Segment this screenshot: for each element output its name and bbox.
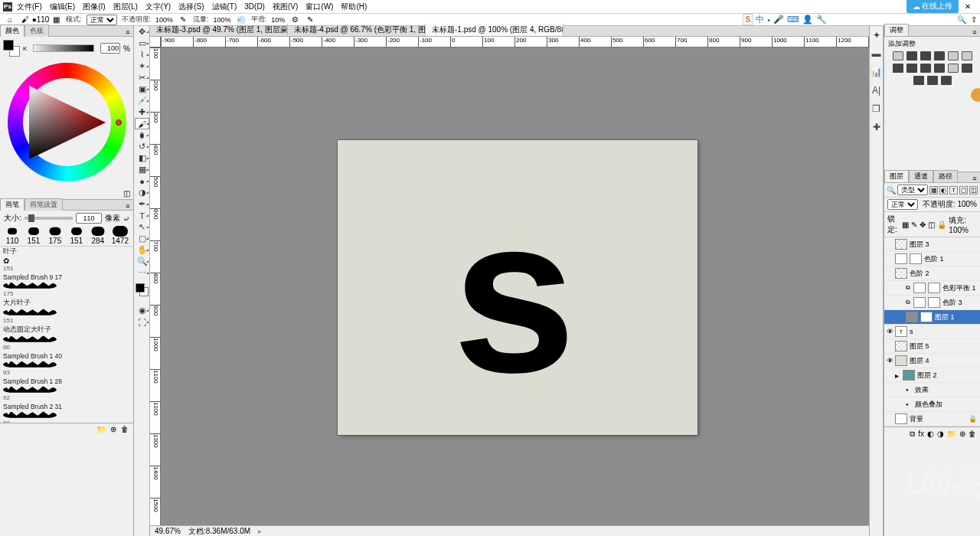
layer-name[interactable]: 图层 1 bbox=[935, 312, 978, 322]
layer-name[interactable]: 背景 bbox=[910, 414, 967, 424]
layers-menu-icon[interactable]: ≡ bbox=[969, 175, 980, 182]
cloud-upload-button[interactable]: ☁ 在线上传 bbox=[906, 0, 959, 13]
history-brush-tool[interactable]: ↺ bbox=[135, 141, 149, 152]
new-brush-icon[interactable]: ⊕ bbox=[110, 425, 116, 433]
tab-swatches[interactable]: 色板 bbox=[24, 25, 49, 37]
blend-mode-select[interactable]: 正常 bbox=[887, 199, 918, 210]
layer-thumb[interactable] bbox=[913, 283, 926, 293]
layer-mask-icon[interactable]: ◐ bbox=[927, 430, 934, 439]
doc-tab-1[interactable]: 未标题-3.psd @ 49.7% (图层 1, 图层蒙版/8) *× bbox=[150, 24, 288, 36]
color-indicator[interactable] bbox=[3, 40, 20, 57]
ime-person-icon[interactable]: 👤 bbox=[802, 15, 813, 25]
layer-name[interactable]: 图层 5 bbox=[910, 342, 978, 351]
fill-value[interactable]: 100% bbox=[949, 226, 969, 234]
lock-artboard-icon[interactable]: ◫ bbox=[928, 221, 935, 229]
blur-tool[interactable]: ● bbox=[135, 175, 149, 187]
ime-kbd-icon[interactable]: ⌨ bbox=[787, 15, 799, 25]
lock-all-icon[interactable]: 🔒 bbox=[937, 221, 946, 229]
menu-edit[interactable]: 编辑(E) bbox=[50, 2, 75, 12]
menu-image[interactable]: 图像(I) bbox=[83, 2, 105, 12]
layer-row[interactable]: 背景🔒 bbox=[884, 412, 980, 427]
dock-icon-6[interactable]: ✚ bbox=[870, 118, 883, 136]
foreground-color-swatch[interactable] bbox=[3, 40, 14, 51]
preset-151[interactable]: 151 bbox=[26, 226, 41, 246]
layer-row[interactable]: 👁图层 4 bbox=[884, 354, 980, 368]
zoom-tool[interactable]: 🔍 bbox=[135, 256, 149, 267]
mode-select[interactable]: 正常 bbox=[87, 15, 117, 25]
artboard[interactable]: s bbox=[338, 140, 697, 435]
layer-row[interactable]: 👁Ts bbox=[884, 325, 980, 339]
mask-thumb[interactable] bbox=[910, 253, 922, 264]
layer-row[interactable]: ▸图层 2 bbox=[884, 368, 980, 383]
menu-view[interactable]: 视图(V) bbox=[273, 2, 298, 12]
tool-color-indicator[interactable] bbox=[135, 282, 149, 300]
mask-thumb[interactable] bbox=[928, 297, 940, 308]
tab-color[interactable]: 颜色 bbox=[0, 25, 24, 37]
adj-exposure-icon[interactable] bbox=[934, 51, 945, 60]
hue-handle[interactable] bbox=[116, 119, 122, 126]
preset-151b[interactable]: 151 bbox=[69, 226, 84, 246]
gray-value-input[interactable] bbox=[100, 43, 120, 54]
smooth-value[interactable]: 10% bbox=[271, 16, 285, 24]
ruler-horizontal[interactable]: -900-800-700-600-500-400-300-200-1000100… bbox=[161, 37, 869, 47]
ime-ch-icon[interactable]: 中 bbox=[756, 14, 764, 25]
brush-preset-icon[interactable]: 🖌 bbox=[20, 15, 31, 25]
layer-name[interactable]: 效果 bbox=[915, 385, 978, 395]
layer-list[interactable]: 图层 3色阶 1色阶 2⧉色彩平衡 1⧉色阶 3图层 1👁Ts图层 5👁图层 4… bbox=[884, 237, 980, 427]
layer-thumb[interactable] bbox=[903, 370, 915, 381]
preset-1472[interactable]: 1472 bbox=[112, 226, 129, 246]
quickmask-tool[interactable]: ◉ bbox=[135, 305, 149, 316]
adj-curves-icon[interactable] bbox=[920, 51, 931, 60]
brush-panel-icon[interactable]: ▦ bbox=[51, 15, 61, 25]
gradient-tool[interactable]: ▦ bbox=[135, 164, 149, 175]
adj-invert-icon[interactable] bbox=[948, 64, 959, 73]
brush-panel-menu-icon[interactable]: ≡ bbox=[122, 202, 133, 210]
layer-row[interactable]: ●颜色叠加 bbox=[884, 397, 980, 412]
dock-icon-4[interactable]: A| bbox=[870, 81, 883, 100]
brush-size-slider[interactable] bbox=[24, 217, 73, 220]
dock-icon-2[interactable]: ▬ bbox=[870, 44, 883, 63]
tab-channels[interactable]: 通道 bbox=[909, 170, 933, 182]
filter-shape-icon[interactable]: ▢ bbox=[959, 186, 968, 194]
brush-name[interactable]: 叶子 bbox=[3, 247, 130, 257]
adj-bw-icon[interactable] bbox=[893, 64, 903, 73]
path-select-tool[interactable]: ↖ bbox=[135, 221, 149, 233]
eyedropper-tool[interactable]: 💉 bbox=[135, 95, 149, 106]
menu-file[interactable]: 文件(F) bbox=[17, 2, 42, 12]
layer-thumb[interactable] bbox=[906, 312, 918, 322]
close-button[interactable]: ✕ bbox=[963, 2, 972, 11]
filter-pixel-icon[interactable]: ▦ bbox=[929, 186, 938, 194]
adj-vibrance-icon[interactable] bbox=[948, 51, 959, 60]
screenmode-tool[interactable]: ⛶ bbox=[135, 316, 149, 328]
layer-thumb[interactable] bbox=[895, 253, 907, 264]
layer-name[interactable]: 图层 4 bbox=[910, 356, 978, 366]
menu-type[interactable]: 文字(Y) bbox=[145, 2, 171, 12]
layer-name[interactable]: 色阶 2 bbox=[910, 269, 978, 279]
status-more-icon[interactable]: ▸ bbox=[258, 527, 262, 535]
stamp-tool[interactable]: ⧯ bbox=[135, 129, 149, 141]
layer-opacity-value[interactable]: 100% bbox=[957, 200, 977, 208]
layer-thumb[interactable] bbox=[895, 239, 907, 250]
filter-adj-icon[interactable]: ◐ bbox=[939, 186, 948, 194]
layer-kind-select[interactable]: 类型 bbox=[897, 185, 928, 195]
adjustments-menu-icon[interactable]: ≡ bbox=[969, 28, 980, 36]
panel-menu-icon[interactable]: ≡ bbox=[122, 28, 133, 36]
mask-thumb[interactable] bbox=[928, 283, 940, 293]
healing-tool[interactable]: ✚ bbox=[135, 106, 149, 118]
new-adjustment-icon[interactable]: ◑ bbox=[937, 430, 944, 439]
adj-brightness-icon[interactable] bbox=[893, 51, 903, 60]
collapse-icon[interactable]: ▸ bbox=[895, 371, 903, 380]
lasso-tool[interactable]: ⌇ bbox=[135, 49, 149, 60]
lock-position-icon[interactable]: ✥ bbox=[920, 221, 926, 229]
pen-tool[interactable]: ✒ bbox=[135, 198, 149, 210]
marquee-tool[interactable]: ▭ bbox=[135, 38, 149, 49]
tab-adjustments[interactable]: 调整 bbox=[884, 24, 909, 36]
notification-dot[interactable] bbox=[971, 88, 980, 102]
layer-thumb[interactable] bbox=[895, 355, 907, 366]
layer-thumb[interactable] bbox=[913, 297, 926, 308]
mask-thumb[interactable] bbox=[920, 312, 933, 322]
layer-name[interactable]: 色彩平衡 1 bbox=[942, 283, 978, 293]
menu-window[interactable]: 窗口(W) bbox=[305, 2, 333, 12]
filter-type-icon[interactable]: T bbox=[949, 186, 958, 194]
delete-layer-icon[interactable]: 🗑 bbox=[969, 430, 976, 439]
